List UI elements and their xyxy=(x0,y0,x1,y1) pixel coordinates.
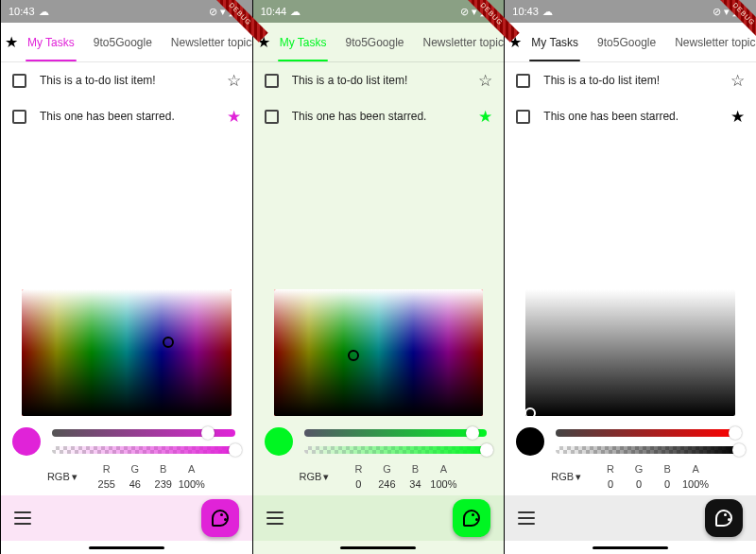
color-field[interactable] xyxy=(274,289,484,416)
hue-slider[interactable] xyxy=(52,429,235,437)
channel-value: 0 xyxy=(344,478,372,490)
alpha-gradient xyxy=(556,446,739,454)
status-dnd-icon: ⊘ xyxy=(713,6,721,18)
todo-row[interactable]: This is a to-do list item! ☆ xyxy=(505,62,756,98)
channel-value: 255 xyxy=(93,478,121,490)
star-icon[interactable]: ☆ xyxy=(227,71,241,91)
star-icon[interactable]: ☆ xyxy=(478,71,492,91)
tab-newsletter[interactable]: Newsletter topics xyxy=(414,23,505,61)
tab-9to5google[interactable]: 9to5Google xyxy=(588,23,665,61)
tab-newsletter[interactable]: Newsletter topics xyxy=(162,23,252,61)
hue-slider[interactable] xyxy=(304,429,488,437)
star-icon[interactable]: ★ xyxy=(227,107,241,127)
slider-thumb[interactable] xyxy=(729,426,742,440)
channel-value: 0 xyxy=(653,478,681,490)
spacer xyxy=(1,134,252,289)
tab-my-tasks[interactable]: My Tasks xyxy=(18,23,84,61)
todo-row[interactable]: This one has been starred. ★ xyxy=(1,98,252,134)
tab-9to5google[interactable]: 9to5Google xyxy=(335,23,413,61)
tab-row: ★ My Tasks 9to5Google Newsletter topics xyxy=(253,23,505,62)
channel-value: 100% xyxy=(681,478,710,490)
checkbox[interactable] xyxy=(265,74,279,88)
star-icon[interactable]: ★ xyxy=(730,107,745,127)
chevron-down-icon: ▾ xyxy=(323,471,329,483)
channel-header: R xyxy=(596,463,625,475)
channel-header: G xyxy=(625,463,653,475)
color-picker xyxy=(253,289,505,416)
checkbox[interactable] xyxy=(265,110,279,124)
todo-row[interactable]: This is a to-do list item! ☆ xyxy=(253,62,505,98)
mode-dropdown[interactable]: RGB ▾ xyxy=(47,471,77,483)
picker-cursor[interactable] xyxy=(348,350,359,361)
status-dnd-icon: ⊘ xyxy=(460,6,469,18)
tab-my-tasks[interactable]: My Tasks xyxy=(522,23,588,61)
palette-fab[interactable] xyxy=(705,499,743,537)
channel-value: 34 xyxy=(401,478,429,490)
tab-starred-icon[interactable]: ★ xyxy=(5,33,18,51)
controls-row xyxy=(1,416,252,456)
status-cloud-icon: ☁ xyxy=(39,6,49,18)
channel-value: 0 xyxy=(596,478,625,490)
status-time: 10:43 xyxy=(512,6,539,17)
hue-slider[interactable] xyxy=(556,429,739,437)
gesture-bar xyxy=(1,541,252,554)
slider-thumb[interactable] xyxy=(732,443,746,457)
checkbox[interactable] xyxy=(516,74,530,88)
screen-2: 10:43 ☁ ⊘ ▾ ◢ ▮ DEBUG ★ My Tasks 9to5Goo… xyxy=(504,0,756,554)
channel-header: A xyxy=(681,463,710,475)
todo-row[interactable]: This is a to-do list item! ☆ xyxy=(1,62,252,98)
black-overlay xyxy=(525,289,735,416)
todo-row[interactable]: This one has been starred. ★ xyxy=(253,98,505,134)
mode-dropdown[interactable]: RGB ▾ xyxy=(551,471,581,483)
mode-label: RGB xyxy=(300,471,322,482)
color-field[interactable] xyxy=(22,289,232,416)
palette-fab[interactable] xyxy=(201,499,239,537)
spacer xyxy=(505,134,756,289)
black-overlay xyxy=(274,289,484,416)
slider-thumb[interactable] xyxy=(480,443,493,457)
palette-icon xyxy=(212,510,229,527)
menu-button[interactable] xyxy=(14,511,31,525)
alpha-slider[interactable] xyxy=(52,446,235,454)
menu-button[interactable] xyxy=(518,511,535,525)
tab-9to5google[interactable]: 9to5Google xyxy=(84,23,162,61)
bottom-bar xyxy=(1,495,252,541)
status-cloud-icon: ☁ xyxy=(290,6,301,18)
channel-header: B xyxy=(653,463,681,475)
channel-header: A xyxy=(178,463,206,475)
tab-newsletter[interactable]: Newsletter topics xyxy=(665,23,756,61)
todo-row[interactable]: This one has been starred. ★ xyxy=(505,98,756,134)
color-readout: RGB ▾ R G B A 255 46 239 100% xyxy=(1,456,252,495)
todo-list: This is a to-do list item! ☆ This one ha… xyxy=(1,62,252,134)
alpha-slider[interactable] xyxy=(556,446,739,454)
checkbox[interactable] xyxy=(516,110,530,124)
color-swatch xyxy=(265,427,293,456)
todo-text: This is a to-do list item! xyxy=(40,74,214,87)
todo-text: This one has been starred. xyxy=(40,110,214,123)
color-picker xyxy=(505,289,756,416)
channel-header: B xyxy=(149,463,178,475)
chevron-down-icon: ▾ xyxy=(72,471,77,483)
star-icon[interactable]: ☆ xyxy=(730,71,745,91)
color-field[interactable] xyxy=(525,289,735,416)
picker-cursor[interactable] xyxy=(163,337,174,348)
palette-icon xyxy=(463,510,480,527)
star-icon[interactable]: ★ xyxy=(478,107,492,127)
status-bar: 10:43 ☁ ⊘ ▾ ◢ ▮ DEBUG xyxy=(1,0,252,23)
tab-my-tasks[interactable]: My Tasks xyxy=(270,23,336,61)
bottom-bar xyxy=(505,495,756,541)
picker-cursor[interactable] xyxy=(525,407,535,416)
mode-dropdown[interactable]: RGB ▾ xyxy=(300,471,330,483)
slider-thumb[interactable] xyxy=(201,426,215,440)
slider-thumb[interactable] xyxy=(229,443,242,457)
menu-button[interactable] xyxy=(266,511,284,525)
nav-pill xyxy=(340,546,416,549)
status-dnd-icon: ⊘ xyxy=(209,6,217,18)
palette-fab[interactable] xyxy=(453,499,490,537)
alpha-slider[interactable] xyxy=(304,446,488,454)
channel-value: 46 xyxy=(121,478,149,490)
checkbox[interactable] xyxy=(12,110,26,124)
slider-thumb[interactable] xyxy=(466,426,479,440)
alpha-gradient xyxy=(52,446,235,454)
checkbox[interactable] xyxy=(12,74,26,88)
